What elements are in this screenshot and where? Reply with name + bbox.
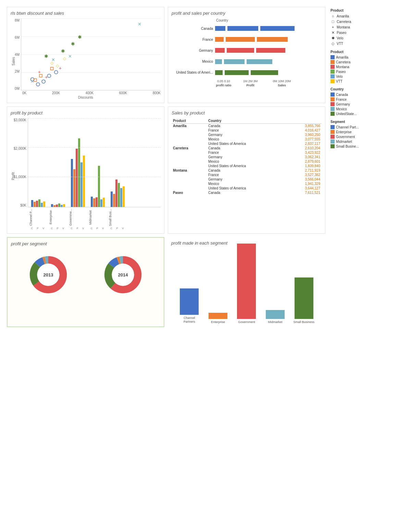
table-row: France4,016,427 [172, 128, 322, 133]
svg-rect-6 [39, 74, 42, 77]
svg-text:◇: ◇ [56, 63, 59, 68]
legend-label: France [336, 98, 347, 101]
product-cell [172, 133, 207, 137]
legend-item: Small Busine... [331, 144, 402, 148]
carretera-symbol-icon: □ [331, 19, 335, 24]
table-row: United States of America2,837,117 [172, 141, 322, 146]
table-row: MontanaCanada2,711,919 [172, 168, 322, 173]
country-name: Canada [173, 27, 214, 30]
product-sublabel: CPV [49, 227, 66, 230]
legend-item: ✱ Velo [331, 36, 402, 40]
value-cell: 2,837,117 [286, 141, 322, 146]
table-row: France3,527,382 [172, 173, 322, 177]
product-cell [172, 137, 207, 141]
legend-segment-title: Segment [331, 120, 402, 124]
bar-small-business: Small Business [292, 277, 315, 324]
sales-product-title: Sales by product [172, 110, 322, 115]
legend-item: Montana [331, 65, 402, 69]
midmarket-color-icon [331, 139, 335, 144]
bar-midmarket: Midmarket [264, 310, 287, 324]
country-name: France [173, 38, 214, 41]
product-cell [172, 186, 207, 190]
bar-enterprise: Enterprise [207, 313, 229, 324]
value-cell: 4,016,427 [286, 128, 322, 133]
value-cell: 2,711,919 [286, 168, 322, 173]
legend-label: Canada [336, 93, 348, 97]
legend-label: Germany [336, 102, 350, 106]
value-cell: 3,527,382 [286, 173, 322, 177]
col-product: Product [172, 118, 207, 124]
amarilla-color-icon [331, 55, 335, 59]
y-axis-label: Profit [11, 172, 15, 180]
legend-item: ◇ VTT [331, 41, 402, 46]
carretera-color-icon [331, 60, 335, 64]
product-cell: Carretera [172, 146, 207, 150]
value-cell: 2,879,601 [286, 159, 322, 164]
legend-item: ✕ Paseo [331, 30, 402, 35]
y-tick: $3,000K [14, 118, 26, 122]
x-group-label: 0.05 0.10 profit ratio [214, 79, 233, 87]
product-sublabel: CPV [69, 227, 86, 230]
legend-country-title: Country [331, 87, 402, 91]
product-sublabel: CPV [89, 227, 106, 230]
country-cell: Mexico [207, 137, 286, 141]
product-cell: Paseo [172, 190, 207, 195]
col-value [286, 118, 322, 124]
svg-rect-7 [51, 67, 53, 70]
segment-label: Governme... [69, 208, 86, 227]
legend-item: Channel Part... [331, 125, 402, 129]
value-cell: 3,423,922 [286, 150, 322, 155]
y-tick: 2M [15, 70, 20, 73]
value-cell: 2,610,204 [286, 146, 322, 150]
country-cell: Canada [207, 124, 286, 128]
legend-label: UnitedState... [336, 112, 357, 116]
legend-item: □ Carretera [331, 19, 402, 24]
table-row: Mexico2,879,601 [172, 159, 322, 164]
country-label: Country [172, 18, 322, 22]
svg-text:✱: ✱ [78, 34, 82, 40]
legend-label: Carretera [336, 60, 350, 64]
bar-channel-partners: ChannelPartners [178, 288, 201, 324]
y-tick: $0K [20, 203, 26, 207]
legend-label: Amarilla [337, 14, 349, 18]
legend-label: Paseo [337, 31, 346, 35]
country-cell: Canada [207, 146, 286, 150]
y-axis-label: Sales [12, 57, 15, 65]
table-row: United States of America1,839,840 [172, 164, 322, 168]
svg-text:+: + [59, 65, 62, 71]
vtt-symbol-icon: ◇ [331, 41, 335, 46]
legend-item: France [331, 97, 402, 101]
channel-color-icon [331, 125, 335, 129]
profit-segment-title: profit per segment [11, 241, 160, 246]
velo-symbol-icon: ✱ [331, 36, 335, 40]
sales-product-panel: Sales by product Product Country Amarill… [168, 107, 325, 234]
x-axis-label: Discounts [11, 96, 161, 99]
legend-item: Mexico [331, 107, 402, 111]
value-cell: 3,644,127 [286, 186, 322, 190]
col-country: Country [207, 118, 286, 124]
table-row: Germany3,062,341 [172, 155, 322, 159]
profit-sales-title: profit and sales per country [172, 11, 322, 16]
bar-government: Government [235, 244, 258, 324]
y-tick: 6M [15, 36, 20, 39]
svg-text:◇: ◇ [63, 56, 66, 61]
country-cell: United States of America [207, 141, 286, 146]
sales-table: Product Country AmarillaCanada3,855,766F… [172, 118, 322, 195]
table-row: Mexico3,077,555 [172, 137, 322, 141]
legend-item: Carretera [331, 60, 402, 64]
legend-product-symbols: Product ○ Amarilla □ Carretera + Montana… [331, 9, 402, 46]
donut-2013: 2013 [26, 252, 71, 297]
table-row: Germany3,566,044 [172, 177, 322, 182]
svg-text:+: + [38, 69, 41, 75]
product-cell [172, 159, 207, 164]
legend-segment: Segment Channel Part... Enterprise Gover… [331, 120, 402, 148]
legend-label: Montana [336, 65, 349, 69]
montana-color-icon [331, 65, 335, 69]
legend-label: Government [336, 135, 355, 139]
x-group-label: 0M 10M 20M Sales [268, 79, 296, 87]
legend-label: VTT [337, 42, 343, 46]
country-name: Mexico [173, 60, 214, 63]
y-tick: 0M [15, 87, 20, 90]
legend-item: UnitedState... [331, 112, 402, 116]
legend-label: Carretera [337, 20, 351, 24]
